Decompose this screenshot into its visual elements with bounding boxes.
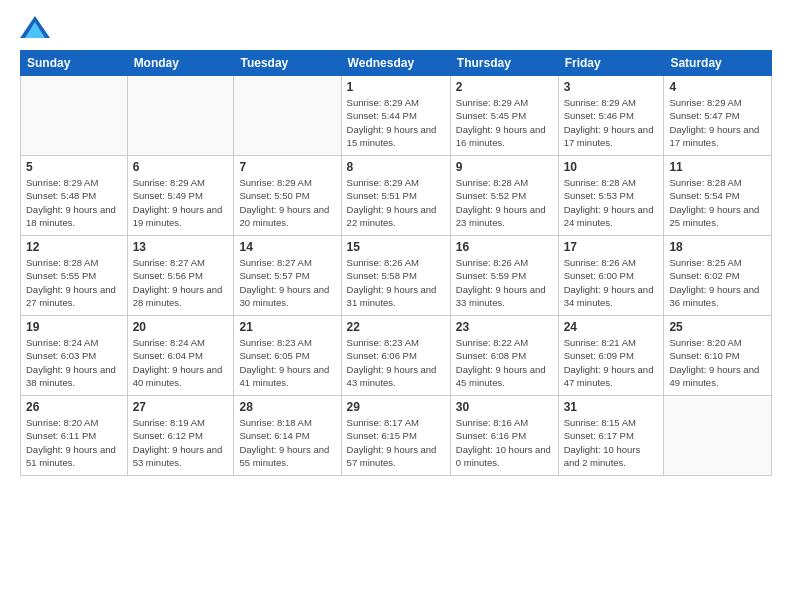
- day-cell: 24Sunrise: 8:21 AM Sunset: 6:09 PM Dayli…: [558, 316, 664, 396]
- day-number: 4: [669, 80, 766, 94]
- day-detail: Sunrise: 8:29 AM Sunset: 5:51 PM Dayligh…: [347, 176, 445, 229]
- week-row-1: 1Sunrise: 8:29 AM Sunset: 5:44 PM Daylig…: [21, 76, 772, 156]
- day-number: 18: [669, 240, 766, 254]
- day-cell: 20Sunrise: 8:24 AM Sunset: 6:04 PM Dayli…: [127, 316, 234, 396]
- day-detail: Sunrise: 8:29 AM Sunset: 5:45 PM Dayligh…: [456, 96, 553, 149]
- day-detail: Sunrise: 8:27 AM Sunset: 5:57 PM Dayligh…: [239, 256, 335, 309]
- day-number: 8: [347, 160, 445, 174]
- day-detail: Sunrise: 8:20 AM Sunset: 6:11 PM Dayligh…: [26, 416, 122, 469]
- day-cell: 7Sunrise: 8:29 AM Sunset: 5:50 PM Daylig…: [234, 156, 341, 236]
- day-detail: Sunrise: 8:29 AM Sunset: 5:49 PM Dayligh…: [133, 176, 229, 229]
- day-cell: 28Sunrise: 8:18 AM Sunset: 6:14 PM Dayli…: [234, 396, 341, 476]
- day-cell: 13Sunrise: 8:27 AM Sunset: 5:56 PM Dayli…: [127, 236, 234, 316]
- day-number: 10: [564, 160, 659, 174]
- week-row-5: 26Sunrise: 8:20 AM Sunset: 6:11 PM Dayli…: [21, 396, 772, 476]
- day-number: 26: [26, 400, 122, 414]
- day-cell: 29Sunrise: 8:17 AM Sunset: 6:15 PM Dayli…: [341, 396, 450, 476]
- day-number: 29: [347, 400, 445, 414]
- week-row-4: 19Sunrise: 8:24 AM Sunset: 6:03 PM Dayli…: [21, 316, 772, 396]
- day-number: 20: [133, 320, 229, 334]
- day-cell: 31Sunrise: 8:15 AM Sunset: 6:17 PM Dayli…: [558, 396, 664, 476]
- weekday-sunday: Sunday: [21, 51, 128, 76]
- day-number: 14: [239, 240, 335, 254]
- day-number: 7: [239, 160, 335, 174]
- day-detail: Sunrise: 8:28 AM Sunset: 5:52 PM Dayligh…: [456, 176, 553, 229]
- day-detail: Sunrise: 8:18 AM Sunset: 6:14 PM Dayligh…: [239, 416, 335, 469]
- weekday-thursday: Thursday: [450, 51, 558, 76]
- day-detail: Sunrise: 8:29 AM Sunset: 5:44 PM Dayligh…: [347, 96, 445, 149]
- day-detail: Sunrise: 8:28 AM Sunset: 5:55 PM Dayligh…: [26, 256, 122, 309]
- weekday-wednesday: Wednesday: [341, 51, 450, 76]
- day-detail: Sunrise: 8:29 AM Sunset: 5:47 PM Dayligh…: [669, 96, 766, 149]
- day-detail: Sunrise: 8:16 AM Sunset: 6:16 PM Dayligh…: [456, 416, 553, 469]
- day-cell: 14Sunrise: 8:27 AM Sunset: 5:57 PM Dayli…: [234, 236, 341, 316]
- weekday-saturday: Saturday: [664, 51, 772, 76]
- day-number: 3: [564, 80, 659, 94]
- day-cell: 26Sunrise: 8:20 AM Sunset: 6:11 PM Dayli…: [21, 396, 128, 476]
- logo-icon: [20, 16, 50, 38]
- day-number: 17: [564, 240, 659, 254]
- day-cell: 30Sunrise: 8:16 AM Sunset: 6:16 PM Dayli…: [450, 396, 558, 476]
- day-detail: Sunrise: 8:15 AM Sunset: 6:17 PM Dayligh…: [564, 416, 659, 469]
- day-detail: Sunrise: 8:23 AM Sunset: 6:06 PM Dayligh…: [347, 336, 445, 389]
- day-number: 24: [564, 320, 659, 334]
- day-cell: 25Sunrise: 8:20 AM Sunset: 6:10 PM Dayli…: [664, 316, 772, 396]
- day-detail: Sunrise: 8:27 AM Sunset: 5:56 PM Dayligh…: [133, 256, 229, 309]
- day-number: 16: [456, 240, 553, 254]
- day-detail: Sunrise: 8:20 AM Sunset: 6:10 PM Dayligh…: [669, 336, 766, 389]
- week-row-3: 12Sunrise: 8:28 AM Sunset: 5:55 PM Dayli…: [21, 236, 772, 316]
- day-cell: 16Sunrise: 8:26 AM Sunset: 5:59 PM Dayli…: [450, 236, 558, 316]
- day-number: 28: [239, 400, 335, 414]
- day-detail: Sunrise: 8:29 AM Sunset: 5:46 PM Dayligh…: [564, 96, 659, 149]
- day-detail: Sunrise: 8:25 AM Sunset: 6:02 PM Dayligh…: [669, 256, 766, 309]
- day-detail: Sunrise: 8:22 AM Sunset: 6:08 PM Dayligh…: [456, 336, 553, 389]
- day-detail: Sunrise: 8:23 AM Sunset: 6:05 PM Dayligh…: [239, 336, 335, 389]
- day-detail: Sunrise: 8:29 AM Sunset: 5:50 PM Dayligh…: [239, 176, 335, 229]
- day-detail: Sunrise: 8:21 AM Sunset: 6:09 PM Dayligh…: [564, 336, 659, 389]
- day-cell: 19Sunrise: 8:24 AM Sunset: 6:03 PM Dayli…: [21, 316, 128, 396]
- day-cell: [127, 76, 234, 156]
- day-cell: 4Sunrise: 8:29 AM Sunset: 5:47 PM Daylig…: [664, 76, 772, 156]
- day-cell: 22Sunrise: 8:23 AM Sunset: 6:06 PM Dayli…: [341, 316, 450, 396]
- weekday-tuesday: Tuesday: [234, 51, 341, 76]
- day-cell: 2Sunrise: 8:29 AM Sunset: 5:45 PM Daylig…: [450, 76, 558, 156]
- day-detail: Sunrise: 8:24 AM Sunset: 6:04 PM Dayligh…: [133, 336, 229, 389]
- day-cell: 5Sunrise: 8:29 AM Sunset: 5:48 PM Daylig…: [21, 156, 128, 236]
- day-number: 2: [456, 80, 553, 94]
- day-detail: Sunrise: 8:19 AM Sunset: 6:12 PM Dayligh…: [133, 416, 229, 469]
- day-number: 11: [669, 160, 766, 174]
- day-cell: [21, 76, 128, 156]
- day-cell: [234, 76, 341, 156]
- calendar-page: SundayMondayTuesdayWednesdayThursdayFrid…: [0, 0, 792, 492]
- day-cell: 23Sunrise: 8:22 AM Sunset: 6:08 PM Dayli…: [450, 316, 558, 396]
- day-number: 31: [564, 400, 659, 414]
- day-cell: 12Sunrise: 8:28 AM Sunset: 5:55 PM Dayli…: [21, 236, 128, 316]
- day-number: 6: [133, 160, 229, 174]
- day-number: 15: [347, 240, 445, 254]
- day-cell: 11Sunrise: 8:28 AM Sunset: 5:54 PM Dayli…: [664, 156, 772, 236]
- day-number: 30: [456, 400, 553, 414]
- day-detail: Sunrise: 8:28 AM Sunset: 5:54 PM Dayligh…: [669, 176, 766, 229]
- day-cell: 1Sunrise: 8:29 AM Sunset: 5:44 PM Daylig…: [341, 76, 450, 156]
- day-cell: 21Sunrise: 8:23 AM Sunset: 6:05 PM Dayli…: [234, 316, 341, 396]
- day-number: 27: [133, 400, 229, 414]
- day-cell: 6Sunrise: 8:29 AM Sunset: 5:49 PM Daylig…: [127, 156, 234, 236]
- day-number: 21: [239, 320, 335, 334]
- day-detail: Sunrise: 8:29 AM Sunset: 5:48 PM Dayligh…: [26, 176, 122, 229]
- week-row-2: 5Sunrise: 8:29 AM Sunset: 5:48 PM Daylig…: [21, 156, 772, 236]
- day-number: 22: [347, 320, 445, 334]
- weekday-header-row: SundayMondayTuesdayWednesdayThursdayFrid…: [21, 51, 772, 76]
- day-detail: Sunrise: 8:26 AM Sunset: 5:59 PM Dayligh…: [456, 256, 553, 309]
- logo: [20, 16, 54, 38]
- weekday-friday: Friday: [558, 51, 664, 76]
- header: [20, 16, 772, 38]
- day-detail: Sunrise: 8:17 AM Sunset: 6:15 PM Dayligh…: [347, 416, 445, 469]
- weekday-monday: Monday: [127, 51, 234, 76]
- day-number: 12: [26, 240, 122, 254]
- day-cell: 27Sunrise: 8:19 AM Sunset: 6:12 PM Dayli…: [127, 396, 234, 476]
- day-number: 9: [456, 160, 553, 174]
- day-cell: 17Sunrise: 8:26 AM Sunset: 6:00 PM Dayli…: [558, 236, 664, 316]
- day-detail: Sunrise: 8:26 AM Sunset: 5:58 PM Dayligh…: [347, 256, 445, 309]
- day-cell: [664, 396, 772, 476]
- day-number: 23: [456, 320, 553, 334]
